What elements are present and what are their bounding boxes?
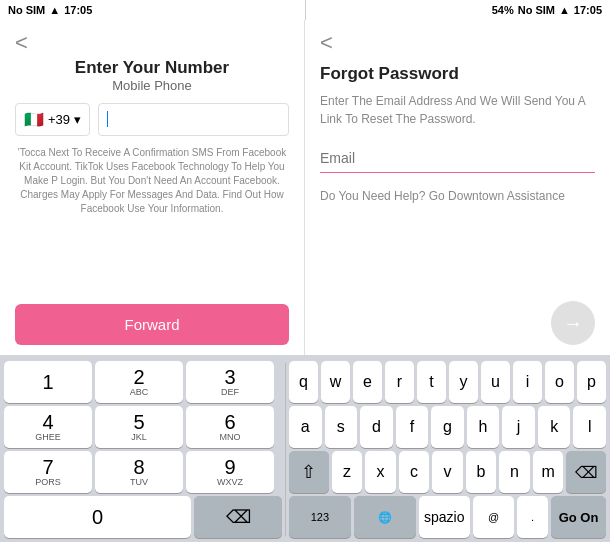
signal-right-icon: ▲ <box>559 4 570 16</box>
time-right: 17:05 <box>574 4 602 16</box>
key-s[interactable]: s <box>325 406 358 448</box>
key-m[interactable]: m <box>533 451 564 493</box>
forward-button[interactable]: Forward <box>15 304 289 345</box>
carrier-right: No SIM <box>518 4 555 16</box>
key-8[interactable]: 8 TUV <box>95 451 183 493</box>
enter-number-panel: < Enter Your Number Mobile Phone 🇮🇹 +39 … <box>0 20 305 355</box>
disclaimer-text: 'Tocca Next To Receive A Confirmation SM… <box>15 146 289 216</box>
status-bar-left: No SIM ▲ 17:05 <box>0 0 305 20</box>
qwerty-row-4: 123 🌐 spazio @ . Go On <box>289 496 606 538</box>
key-g[interactable]: g <box>431 406 464 448</box>
key-c[interactable]: c <box>399 451 430 493</box>
num-row-1: 1 2 ABC 3 DEF <box>4 361 282 403</box>
key-u[interactable]: u <box>481 361 510 403</box>
key-z[interactable]: z <box>332 451 363 493</box>
key-x[interactable]: x <box>365 451 396 493</box>
signal-left-icon: ▲ <box>49 4 60 16</box>
globe-button[interactable]: 🌐 <box>354 496 416 538</box>
key-0[interactable]: 0 <box>4 496 191 538</box>
phone-number-input[interactable] <box>98 103 289 136</box>
key-y[interactable]: y <box>449 361 478 403</box>
numeric-keypad: 1 2 ABC 3 DEF 4 Ghee 5 <box>4 361 282 538</box>
battery-right: 54% <box>492 4 514 16</box>
qwerty-keypad: q w e r t y u i o p a s d f g h j k l <box>289 361 606 538</box>
key-7[interactable]: 7 PORS <box>4 451 92 493</box>
key-e[interactable]: e <box>353 361 382 403</box>
key-w[interactable]: w <box>321 361 350 403</box>
email-input[interactable] <box>320 144 595 173</box>
key-5[interactable]: 5 JKL <box>95 406 183 448</box>
key-j[interactable]: j <box>502 406 535 448</box>
key-l[interactable]: l <box>573 406 606 448</box>
backspace-button[interactable]: ⌫ <box>566 451 606 493</box>
dropdown-icon: ▾ <box>74 112 81 127</box>
key-1[interactable]: 1 <box>4 361 92 403</box>
status-bar-right: 54% No SIM ▲ 17:05 <box>306 0 611 20</box>
key-9[interactable]: 9 Wxvz <box>186 451 274 493</box>
key-i[interactable]: i <box>513 361 542 403</box>
go-forward-button[interactable]: → <box>551 301 595 345</box>
dot-button[interactable]: . <box>517 496 548 538</box>
phone-input-row: 🇮🇹 +39 ▾ <box>15 103 289 136</box>
time-left: 17:05 <box>64 4 92 16</box>
key-3[interactable]: 3 DEF <box>186 361 274 403</box>
carrier-left: No SIM <box>8 4 45 16</box>
key-o[interactable]: o <box>545 361 574 403</box>
key-4[interactable]: 4 Ghee <box>4 406 92 448</box>
enter-number-title: Enter Your Number <box>15 58 289 78</box>
back-button-left[interactable]: < <box>15 30 39 56</box>
country-flag: 🇮🇹 <box>24 110 44 129</box>
backspace-icon: ⌫ <box>575 463 598 482</box>
num-row-4: 0 ⌫ <box>4 496 282 538</box>
space-button[interactable]: spazio <box>419 496 470 538</box>
key-n[interactable]: n <box>499 451 530 493</box>
shift-icon: ⇧ <box>301 461 316 483</box>
key-r[interactable]: r <box>385 361 414 403</box>
key-d[interactable]: d <box>360 406 393 448</box>
cursor <box>107 111 108 127</box>
key-k[interactable]: k <box>538 406 571 448</box>
country-code: +39 <box>48 112 70 127</box>
forgot-password-title: Forgot Password <box>320 64 595 84</box>
at-button[interactable]: @ <box>473 496 514 538</box>
key-v[interactable]: v <box>432 451 463 493</box>
country-selector[interactable]: 🇮🇹 +39 ▾ <box>15 103 90 136</box>
forgot-password-description: Enter The Email Address And We Will Send… <box>320 92 595 128</box>
back-button-right[interactable]: < <box>320 30 344 56</box>
key-q[interactable]: q <box>289 361 318 403</box>
num-row-2: 4 Ghee 5 JKL 6 MNO <box>4 406 282 448</box>
key-t[interactable]: t <box>417 361 446 403</box>
key-h[interactable]: h <box>467 406 500 448</box>
globe-icon: 🌐 <box>378 511 392 524</box>
key-6[interactable]: 6 MNO <box>186 406 274 448</box>
help-text: Do You Need Help? Go Downtown Assistance <box>320 189 595 203</box>
keyboard: 1 2 ABC 3 DEF 4 Ghee 5 <box>0 355 610 542</box>
key-delete-num[interactable]: ⌫ <box>194 496 282 538</box>
num-row-3: 7 PORS 8 TUV 9 Wxvz <box>4 451 282 493</box>
go-on-button[interactable]: Go On <box>551 496 606 538</box>
shift-button[interactable]: ⇧ <box>289 451 329 493</box>
key-b[interactable]: b <box>466 451 497 493</box>
qwerty-row-1: q w e r t y u i o p <box>289 361 606 403</box>
key-2[interactable]: 2 ABC <box>95 361 183 403</box>
delete-icon: ⌫ <box>226 506 251 528</box>
qwerty-row-3: ⇧ z x c v b n m ⌫ <box>289 451 606 493</box>
qwerty-row-2: a s d f g h j k l <box>289 406 606 448</box>
numeric-switch-button[interactable]: 123 <box>289 496 351 538</box>
forgot-password-panel: < Forgot Password Enter The Email Addres… <box>305 20 610 355</box>
key-p[interactable]: p <box>577 361 606 403</box>
mobile-phone-label: Mobile Phone <box>15 78 289 93</box>
key-a[interactable]: a <box>289 406 322 448</box>
key-f[interactable]: f <box>396 406 429 448</box>
